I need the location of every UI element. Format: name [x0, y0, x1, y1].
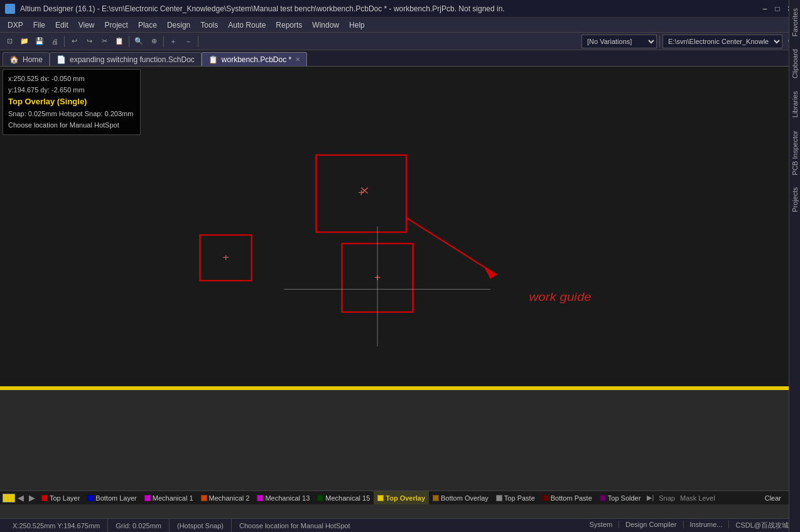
pcb-rect-2 — [200, 235, 252, 281]
layer-item-bottompaste[interactable]: Bottom Paste — [539, 491, 596, 504]
layer-label-mech1: Mechanical 1 — [153, 494, 193, 502]
instruments-btn[interactable]: Instrume... — [684, 521, 730, 528]
tb-sep-2 — [129, 36, 129, 47]
layer-label-bottompaste: Bottom Paste — [551, 494, 592, 502]
layer-clear-btn[interactable]: Clear — [760, 494, 786, 502]
tb-btn-2[interactable]: 📁 — [18, 35, 31, 48]
app-icon — [5, 4, 15, 14]
panel-tab-projects[interactable]: Projects — [789, 182, 801, 218]
layer-label-top: Top Layer — [50, 494, 80, 502]
layer-nav-left[interactable]: ◀ — [15, 493, 26, 502]
tb-btn-9[interactable]: 🔍 — [132, 35, 146, 48]
tb-btn-1[interactable]: ⊡ — [3, 35, 16, 48]
menu-file[interactable]: File — [28, 19, 50, 31]
variations-dropdown[interactable]: [No Variations] — [581, 35, 657, 48]
layer-dot-bottomoverlay — [433, 495, 439, 501]
tb-sep-1 — [64, 36, 65, 47]
active-layer: Top Overlay (Single) — [8, 95, 135, 109]
layer-color-indicator[interactable] — [3, 494, 15, 502]
path-dropdown[interactable]: E:\svn\Electronic Center_Knowle — [662, 35, 782, 48]
status-message: Choose location for Manual HotSpot — [232, 519, 583, 532]
tb-btn-6[interactable]: ↪ — [82, 35, 96, 48]
layer-item-mech13[interactable]: Mechanical 13 — [253, 491, 313, 504]
menu-autoroute[interactable]: Auto Route — [223, 19, 271, 31]
menu-edit[interactable]: Edit — [50, 19, 73, 31]
layer-dot-top — [41, 495, 48, 501]
layer-item-toppaste[interactable]: Top Paste — [492, 491, 539, 504]
layer-label-mech13: Mechanical 13 — [265, 494, 310, 502]
layer-bar: ◀ ▶ Top Layer Bottom Layer Mechanical 1 … — [0, 491, 789, 504]
tab-schdoc[interactable]: 📄 expanding switching function.SchDoc — [50, 52, 202, 66]
work-guide-text: work guide — [529, 290, 591, 303]
tb-btn-5[interactable]: ↩ — [67, 35, 81, 48]
tab-schdoc-label: expanding switching function.SchDoc — [70, 55, 195, 64]
layer-nav-right[interactable]: ▶ — [26, 493, 38, 502]
pcb-rect-1 — [316, 155, 406, 232]
pcbdoc-icon: 📋 — [208, 55, 218, 64]
svg-line-1 — [361, 188, 367, 193]
pcb-canvas-area[interactable]: x:250.525 dx: -0.050 mm y:194.675 dy: -2… — [0, 67, 800, 386]
tb-sep-3 — [163, 36, 164, 47]
layer-dot-mech1 — [144, 495, 151, 501]
svg-text:+: + — [358, 187, 365, 198]
menu-design[interactable]: Design — [162, 19, 195, 31]
tab-home[interactable]: 🏠 Home — [3, 52, 50, 66]
tb-sep-5 — [659, 36, 660, 47]
csdl-btn[interactable]: CSDL@百战攻城 — [729, 521, 795, 530]
tb-zoom-in[interactable]: + — [166, 35, 180, 48]
layer-item-mech2[interactable]: Mechanical 2 — [197, 491, 254, 504]
menu-view[interactable]: View — [73, 19, 100, 31]
layer-item-mech1[interactable]: Mechanical 1 — [141, 491, 197, 504]
info-overlay: x:250.525 dx: -0.050 mm y:194.675 dy: -2… — [3, 69, 141, 135]
layer-label-topsolder: Top Solder — [608, 494, 641, 502]
layer-label-bottom: Bottom Layer — [95, 494, 136, 502]
title-text: Altium Designer (16.1) - E:\svn\Electron… — [20, 4, 755, 13]
tb-btn-7[interactable]: ✂ — [97, 35, 111, 48]
tab-pcbdoc[interactable]: 📋 workbench.PcbDoc * ✕ — [202, 52, 307, 66]
layer-dot-bottompaste — [543, 495, 549, 501]
pcb-rect-3 — [342, 244, 413, 312]
layer-item-bottomoverlay[interactable]: Bottom Overlay — [429, 491, 492, 504]
svg-text:+: + — [374, 271, 381, 283]
system-btn[interactable]: System — [583, 521, 620, 528]
panel-tab-favorites[interactable]: Favorites — [789, 3, 801, 42]
tab-close-icon[interactable]: ✕ — [295, 56, 300, 63]
panel-tab-inspector[interactable]: PCB Inspector — [789, 125, 801, 181]
layer-label-bottomoverlay: Bottom Overlay — [441, 494, 489, 502]
layer-item-top[interactable]: Top Layer — [38, 491, 84, 504]
design-compiler-btn[interactable]: Design Compiler — [619, 521, 683, 528]
layer-dot-topsolder — [600, 495, 606, 501]
layer-item-topoverlay[interactable]: Top Overlay — [374, 491, 429, 504]
tb-zoom-out[interactable]: − — [181, 35, 195, 48]
layer-item-mech15[interactable]: Mechanical 15 — [313, 491, 374, 504]
menu-help[interactable]: Help — [344, 19, 370, 31]
menu-project[interactable]: Project — [100, 19, 133, 31]
menu-tools[interactable]: Tools — [195, 19, 223, 31]
menu-dxp[interactable]: DXP — [3, 19, 28, 31]
layer-label-mech2: Mechanical 2 — [209, 494, 250, 502]
snap-info: Snap: 0.025mm Hotspot Snap: 0.203mm — [8, 109, 135, 120]
home-icon: 🏠 — [9, 55, 19, 64]
coord-y: y:194.675 dy: -2.650 mm — [8, 85, 135, 96]
maximize-button[interactable]: □ — [772, 4, 782, 14]
tb-btn-8[interactable]: 📋 — [112, 35, 126, 48]
layer-dot-mech15 — [317, 495, 323, 501]
tb-btn-4[interactable]: 🖨 — [48, 35, 62, 48]
layer-label-toppaste: Top Paste — [504, 494, 535, 502]
layer-dot-bottom — [87, 495, 94, 501]
layer-dot-topoverlay — [377, 495, 384, 501]
menu-place[interactable]: Place — [133, 19, 162, 31]
layer-dot-toppaste — [496, 495, 502, 501]
layer-item-topsolder[interactable]: Top Solder — [596, 491, 645, 504]
menu-window[interactable]: Window — [307, 19, 344, 31]
tab-bar: 🏠 Home 📄 expanding switching function.Sc… — [0, 50, 800, 67]
menu-reports[interactable]: Reports — [271, 19, 307, 31]
title-bar: Altium Designer (16.1) - E:\svn\Electron… — [0, 0, 800, 18]
panel-tab-clipboard[interactable]: Clipboard — [789, 43, 801, 84]
tb-btn-10[interactable]: ⊕ — [147, 35, 161, 48]
panel-tab-libraries[interactable]: Libraries — [789, 85, 801, 123]
layer-item-bottom[interactable]: Bottom Layer — [84, 491, 140, 504]
tb-btn-3[interactable]: 💾 — [33, 35, 46, 48]
minimize-button[interactable]: – — [760, 4, 770, 14]
svg-line-0 — [361, 188, 367, 193]
